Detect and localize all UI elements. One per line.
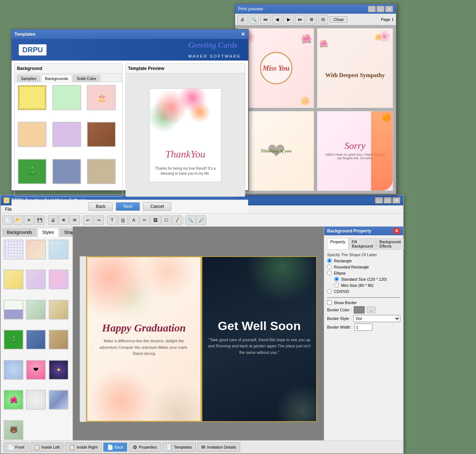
backgrounds-tab-main[interactable]: Backgrounds bbox=[2, 228, 37, 236]
standard-size-radio[interactable] bbox=[334, 277, 339, 281]
nav-icon-3[interactable]: ▶ bbox=[283, 15, 294, 24]
border-color-picker-btn[interactable]: ... bbox=[367, 307, 375, 313]
bg-item-10[interactable]: 🎄 bbox=[4, 330, 23, 350]
solid-color-tab[interactable]: Solid Color bbox=[73, 75, 100, 82]
line-btn[interactable]: ╱ bbox=[172, 215, 182, 225]
styles-tab-main[interactable]: Styles bbox=[38, 228, 59, 237]
rounded-rect-radio[interactable] bbox=[327, 264, 332, 269]
bg-item-14[interactable]: ❤ bbox=[26, 360, 46, 380]
bg-thumb-8[interactable] bbox=[52, 159, 81, 184]
bg-thumb-5[interactable] bbox=[52, 122, 81, 147]
zoom-in-btn[interactable]: 🔍 bbox=[185, 215, 195, 225]
fill-bg-tab[interactable]: Fill Background bbox=[349, 238, 376, 249]
cd-dvd-radio[interactable] bbox=[327, 289, 332, 294]
thinking-card[interactable]: ❤ Thinking of you bbox=[238, 111, 314, 191]
cd-dvd-option[interactable]: CD/DVD bbox=[327, 289, 400, 294]
bg-thumb-6[interactable] bbox=[87, 122, 116, 147]
bg-thumb-7[interactable]: 🎄 bbox=[18, 159, 47, 184]
bg-item-9[interactable] bbox=[49, 300, 69, 320]
print-icon[interactable]: 🖨 bbox=[237, 15, 247, 24]
bg-item-5[interactable] bbox=[26, 270, 46, 289]
bg-item-1[interactable] bbox=[4, 240, 23, 259]
bg-thumb-4[interactable] bbox=[18, 122, 47, 147]
next-button[interactable]: Next bbox=[116, 202, 140, 211]
inside-right-tab[interactable]: 📋 Inside Right bbox=[65, 442, 101, 452]
nav-icon-5[interactable]: ⊞ bbox=[307, 15, 317, 24]
print-btn[interactable]: 🖨 bbox=[48, 215, 58, 225]
border-style-select[interactable]: Dot Solid Dash bbox=[353, 315, 400, 322]
print-preview-window-controls[interactable]: _ □ ✕ bbox=[368, 6, 393, 12]
zoom-out-btn[interactable]: 🔎 bbox=[196, 215, 206, 225]
bg-effects-tab[interactable]: Background Effects bbox=[376, 238, 404, 249]
main-close-btn[interactable]: ✕ bbox=[392, 197, 400, 204]
rectangle-option[interactable]: Rectangle bbox=[327, 258, 400, 263]
bg-item-18[interactable] bbox=[49, 390, 69, 410]
inside-left-tab[interactable]: 📋 Inside Left bbox=[30, 442, 64, 452]
close-preview-button[interactable]: Close bbox=[330, 16, 348, 23]
open-btn[interactable]: 📂 bbox=[13, 215, 23, 225]
minimize-btn[interactable]: _ bbox=[368, 6, 376, 12]
templates-tab[interactable]: 📑 Templates bbox=[162, 442, 196, 452]
shapes-tab-main[interactable]: Shapes bbox=[60, 228, 73, 236]
show-border-checkbox[interactable] bbox=[327, 300, 332, 305]
rounded-rect-option[interactable]: Rounded Rectangle bbox=[327, 264, 400, 269]
bg-thumb-1[interactable] bbox=[18, 85, 47, 110]
save-btn[interactable]: 💾 bbox=[35, 215, 45, 225]
sympathy-card[interactable]: 🌸 🌺 🌼 With Deepest Sympathy bbox=[317, 28, 393, 108]
mini-size-option[interactable]: Mini Size (80 * 80) bbox=[334, 283, 400, 288]
backgrounds-tab[interactable]: Backgrounds bbox=[41, 75, 72, 82]
main-minimize-btn[interactable]: _ bbox=[375, 197, 383, 204]
bg-item-15[interactable]: ✦ bbox=[49, 360, 69, 380]
nav-icon-4[interactable]: ⏭ bbox=[295, 15, 305, 24]
bg-item-4[interactable] bbox=[4, 270, 23, 289]
preview-btn[interactable]: 👁 bbox=[59, 215, 69, 225]
image-btn[interactable]: 🖼 bbox=[150, 215, 160, 225]
rectangle-radio[interactable] bbox=[327, 258, 332, 263]
bg-thumb-2[interactable] bbox=[52, 85, 81, 110]
happy-graduation-card[interactable]: Happy Graduation Make a difference-live … bbox=[86, 256, 202, 422]
main-maximize-btn[interactable]: □ bbox=[384, 197, 392, 204]
invitation-details-tab[interactable]: ✉ Invitation Details bbox=[197, 442, 240, 452]
shapes-btn[interactable]: ⬡ bbox=[161, 215, 171, 225]
nav-icon-2[interactable]: ◀ bbox=[272, 15, 282, 24]
back-tab[interactable]: 📄 Back bbox=[103, 442, 127, 452]
bg-thumb-3[interactable]: 🎂 bbox=[87, 85, 116, 110]
right-panel-close[interactable]: ✕ bbox=[393, 228, 400, 234]
ellipse-option[interactable]: Ellipse bbox=[327, 271, 400, 275]
undo-btn[interactable]: ↩ bbox=[83, 215, 93, 225]
cancel-button[interactable]: Cancel bbox=[143, 202, 171, 211]
samples-tab[interactable]: Samples bbox=[17, 75, 40, 82]
ellipse-radio[interactable] bbox=[327, 271, 332, 275]
email-btn[interactable]: ✉ bbox=[70, 215, 80, 225]
text-btn[interactable]: T bbox=[107, 215, 117, 225]
templates-close-button[interactable]: ✕ bbox=[241, 31, 245, 37]
standard-size-option[interactable]: Standard Size (120 * 120) bbox=[334, 277, 400, 281]
bg-item-7[interactable] bbox=[4, 300, 23, 320]
main-window-controls[interactable]: _ □ ✕ bbox=[375, 197, 400, 204]
redo-btn[interactable]: ↪ bbox=[94, 215, 104, 225]
show-border-option[interactable]: Show Border bbox=[327, 300, 400, 305]
bg-item-16[interactable]: 🌺 bbox=[4, 390, 23, 410]
bg-item-17[interactable] bbox=[26, 390, 46, 410]
sorry-card[interactable]: 🟠 Sorry I didn't mean to upset you. I ho… bbox=[317, 111, 393, 191]
get-well-soon-card[interactable]: Get Well Soon "Take good care of yoursel… bbox=[202, 256, 317, 422]
properties-tab[interactable]: ⚙ Properties bbox=[129, 442, 161, 452]
nav-icon-1[interactable]: ⏮ bbox=[260, 15, 270, 24]
new-btn[interactable]: 📄 bbox=[2, 215, 12, 225]
bg-item-19[interactable]: 🐻 bbox=[4, 420, 23, 440]
maximize-btn[interactable]: □ bbox=[376, 6, 384, 12]
miss-you-card[interactable]: 🌸 🌺 🌿 🌼 Miss You bbox=[238, 28, 314, 108]
clip-art-btn[interactable]: ✂ bbox=[140, 215, 150, 225]
close-btn[interactable]: ✕ bbox=[385, 6, 393, 12]
bg-thumb-9[interactable] bbox=[87, 159, 116, 184]
back-button[interactable]: Back bbox=[88, 202, 113, 211]
close-file-btn[interactable]: ✕ bbox=[24, 215, 34, 225]
mini-size-radio[interactable] bbox=[334, 283, 339, 288]
border-color-swatch[interactable] bbox=[354, 306, 365, 313]
bg-item-2[interactable] bbox=[26, 240, 46, 259]
property-tab[interactable]: Property bbox=[327, 238, 349, 249]
front-tab[interactable]: 📄 Front bbox=[4, 442, 28, 452]
bg-item-6[interactable] bbox=[49, 270, 69, 289]
word-art-btn[interactable]: A bbox=[129, 215, 139, 225]
nav-icon-6[interactable]: ⊟ bbox=[318, 15, 328, 24]
